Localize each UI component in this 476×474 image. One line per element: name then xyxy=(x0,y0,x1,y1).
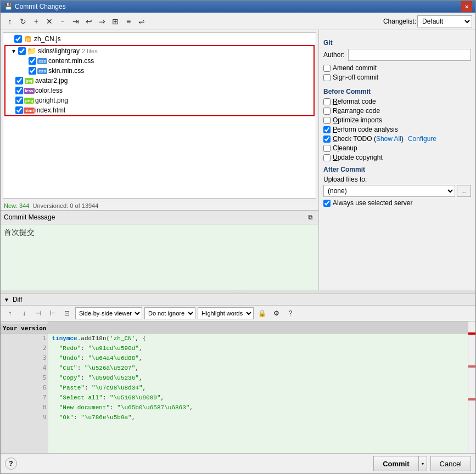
cancel-button[interactable]: Cancel xyxy=(430,456,471,471)
upload-select[interactable]: (none) xyxy=(323,185,455,197)
toolbar: ↑ ↻ ＋ ✕ － ⇥ ↩ ⇒ ⊞ ≡ ⇌ Changelist: Defaul… xyxy=(1,13,475,30)
always-use-server-row: Always use selected server xyxy=(323,199,471,207)
check-todo-checkbox[interactable] xyxy=(323,136,331,143)
diff-help-btn[interactable]: ? xyxy=(284,307,296,319)
diff-settings-btn[interactable]: ⚙ xyxy=(270,307,282,319)
toolbar-btn-7[interactable]: ↩ xyxy=(83,15,95,27)
git-section: Git Author: Amend commit Sign-off commit xyxy=(323,39,471,81)
optimize-imports-checkbox[interactable] xyxy=(323,117,331,124)
diff-panels: Your version 1 2 3 4 5 6 7 8 9 tinymce.a… xyxy=(1,321,468,453)
diff-copy-left-btn[interactable]: ⊣ xyxy=(32,307,44,319)
file-tree[interactable]: js zh_CN.js ▼ 📁 skins\lightgray xyxy=(3,32,316,199)
toolbar-btn-8[interactable]: ⇒ xyxy=(96,15,108,27)
configure-link[interactable]: Configure xyxy=(408,135,436,143)
code-line-7: "Select all": "\u5168\u9009", xyxy=(48,393,468,403)
diff-scrollbar[interactable] xyxy=(468,321,475,453)
before-commit-section: Before Commit Reformat code Rearrange co… xyxy=(323,88,471,161)
diff-toolbar: ↑ ↓ ⊣ ⊢ ⊡ Side-by-side viewer Do not ign… xyxy=(1,306,475,321)
perform-analysis-row: Perform code analysis xyxy=(323,126,471,133)
diff-up-btn[interactable]: ↑ xyxy=(4,307,16,319)
author-row: Author: xyxy=(323,49,471,61)
line-num-7: 7 xyxy=(1,393,48,403)
toolbar-btn-1[interactable]: ↑ xyxy=(4,15,16,27)
toolbar-btn-6[interactable]: ⇥ xyxy=(70,15,82,27)
your-version-header: Your version xyxy=(1,324,48,334)
author-input[interactable] xyxy=(348,49,471,61)
tree-checkbox-zh-cn[interactable] xyxy=(14,35,22,43)
tree-label-index-html: index.html xyxy=(35,106,65,114)
diff-copy-right-btn[interactable]: ⊢ xyxy=(47,307,59,319)
window: 💾 Commit Changes ✕ ↑ ↻ ＋ ✕ － ⇥ ↩ ⇒ ⊞ ≡ ⇌… xyxy=(0,0,476,474)
signoff-commit-checkbox[interactable] xyxy=(323,74,331,81)
update-copyright-checkbox[interactable] xyxy=(323,154,331,161)
color-less-icon: less xyxy=(25,86,33,95)
commit-dropdown-button[interactable]: ▾ xyxy=(418,456,427,471)
tree-checkbox-goright[interactable] xyxy=(15,97,23,104)
tree-label-zh-cn: zh_CN.js xyxy=(34,35,61,43)
highlight-select[interactable]: Highlight words xyxy=(198,307,254,319)
tree-item-color-less[interactable]: less color.less xyxy=(5,86,313,95)
tree-checkbox-skins[interactable] xyxy=(18,47,26,55)
goright-icon: png xyxy=(25,96,33,105)
perform-analysis-checkbox[interactable] xyxy=(323,126,331,133)
tree-item-skin-css[interactable]: css skin.min.css xyxy=(5,66,313,76)
rearrange-code-row: Rearrange code xyxy=(323,107,471,115)
amend-commit-checkbox[interactable] xyxy=(323,65,331,72)
ignore-select[interactable]: Do not ignore xyxy=(144,307,195,319)
close-button[interactable]: ✕ xyxy=(461,1,472,12)
after-commit-section: After Commit Upload files to: (none) … A… xyxy=(323,166,471,207)
toolbar-btn-2[interactable]: ↻ xyxy=(17,15,29,27)
tree-checkbox-index-html[interactable] xyxy=(15,106,23,114)
diff-lock-btn[interactable]: 🔒 xyxy=(256,307,268,319)
tree-label-skins: skins\lightgray xyxy=(38,47,80,55)
toolbar-btn-11[interactable]: ⇌ xyxy=(136,15,148,27)
tree-label-content-css: content.min.css xyxy=(48,57,94,65)
browse-button[interactable]: … xyxy=(457,185,471,197)
toolbar-btn-3[interactable]: ＋ xyxy=(30,15,42,27)
toolbar-btn-5[interactable]: － xyxy=(57,15,69,27)
toolbar-btn-10[interactable]: ≡ xyxy=(122,15,135,27)
diff-down-btn[interactable]: ↓ xyxy=(18,307,30,319)
zh-cn-icon: js xyxy=(24,35,32,43)
cleanup-checkbox[interactable] xyxy=(323,145,331,152)
skin-css-icon: css xyxy=(38,66,47,75)
skins-badge: 2 files xyxy=(82,48,98,54)
changelist-select[interactable]: Default xyxy=(417,15,472,27)
code-line-9: "Ok": "\u786e\u5b9a", xyxy=(48,413,468,422)
tree-item-goright[interactable]: png goright.png xyxy=(5,95,313,105)
diff-chevron-icon[interactable]: ▼ xyxy=(4,297,9,303)
code-header-spacer xyxy=(48,321,468,334)
tree-checkbox-avatar2[interactable] xyxy=(15,77,23,84)
viewer-select[interactable]: Side-by-side viewer xyxy=(75,307,142,319)
tree-checkbox-skin-css[interactable] xyxy=(29,67,36,75)
line-num-4: 4 xyxy=(1,363,48,373)
code-line-6: "Paste": "\u7c98\u8d34", xyxy=(48,383,468,393)
tree-checkbox-color-less[interactable] xyxy=(15,87,23,94)
commit-button[interactable]: Commit xyxy=(373,456,418,471)
toolbar-btn-4[interactable]: ✕ xyxy=(43,15,55,27)
check-todo-row: Check TODO (Show All) Configure xyxy=(323,135,471,143)
tree-item-index-html[interactable]: html index.html xyxy=(5,105,313,115)
reformat-code-checkbox[interactable] xyxy=(323,98,331,105)
diff-header: ▼ Diff xyxy=(1,294,475,306)
commit-message-copy-btn[interactable]: ⧉ xyxy=(305,212,315,222)
show-all-link[interactable]: Show All xyxy=(376,135,401,143)
update-copyright-row: Update copyright xyxy=(323,154,471,161)
diff-open-btn[interactable]: ⊡ xyxy=(61,307,73,319)
tree-checkbox-content-css[interactable] xyxy=(29,57,36,65)
perform-analysis-label: Perform code analysis xyxy=(333,126,398,133)
tree-item-skins[interactable]: ▼ 📁 skins\lightgray 2 files xyxy=(5,46,313,56)
tree-item-content-css[interactable]: css content.min.css xyxy=(5,56,313,66)
amend-commit-label: Amend commit xyxy=(333,64,377,72)
help-button[interactable]: ? xyxy=(5,458,17,470)
code-lines: tinymce.addI18n('zh_CN', { "Redo": "\u91… xyxy=(48,321,468,453)
code-line-4: "Cut": "\u526a\u5207", xyxy=(48,363,468,373)
content-css-icon: css xyxy=(38,57,47,65)
tree-expand-skins[interactable]: ▼ xyxy=(11,48,16,54)
tree-item-avatar2[interactable]: jpg avatar2.jpg xyxy=(5,76,313,86)
commit-message-body[interactable]: 首次提交 xyxy=(1,224,318,290)
toolbar-btn-9[interactable]: ⊞ xyxy=(109,15,121,27)
tree-item-zh-cn[interactable]: js zh_CN.js xyxy=(4,34,315,44)
always-use-server-checkbox[interactable] xyxy=(323,200,331,207)
rearrange-code-checkbox[interactable] xyxy=(323,108,331,115)
